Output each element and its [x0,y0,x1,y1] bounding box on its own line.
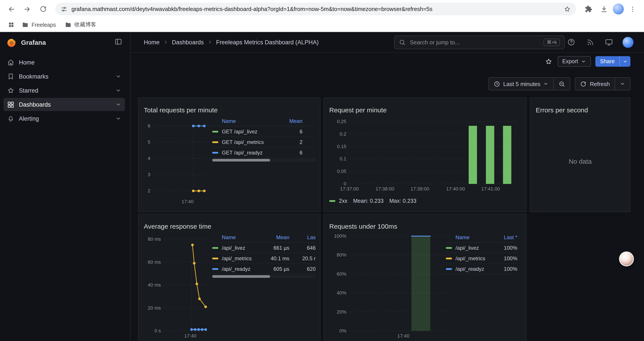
sidebar-item-starred[interactable]: Starred [4,84,125,97]
panel-title[interactable]: Errors per second [536,106,588,114]
legend-header: Name Last * [446,233,517,243]
back-button[interactable] [4,2,18,16]
series-name[interactable]: /api/_metrics [222,255,266,261]
svg-text:2: 2 [148,188,150,194]
sidebar-item-label: Home [19,59,122,66]
news-button[interactable] [585,37,595,47]
series-name[interactable]: /api/_readyz [222,266,266,272]
clock-icon [494,81,500,87]
chevron-right-icon [207,40,212,45]
legend-col-last[interactable]: Las [293,234,316,240]
floating-avatar[interactable] [619,251,634,266]
panel-title[interactable]: Requests under 100ms [329,223,397,230]
bookmark-folder-freeleaps[interactable]: Freeleaps [18,20,60,30]
bookmark-label: 收藏博客 [74,21,96,29]
reload-button[interactable] [36,2,50,16]
search-icon [399,39,406,46]
panel-title[interactable]: Request per minute [329,106,387,114]
series-name[interactable]: GET /api/_metrics [222,139,280,145]
help-button[interactable] [566,37,576,47]
legend-col-mean[interactable]: Mean [266,234,289,240]
time-range-picker[interactable]: Last 5 minutes [488,77,554,90]
downloads-button[interactable] [597,2,611,16]
legend-col-name[interactable]: Name [446,234,496,240]
legend-col-name[interactable]: Name [212,118,280,124]
legend-row: /api/_livez 661 µs 646 [212,243,316,253]
forward-icon [23,5,31,13]
chevron-down-icon[interactable] [115,115,122,122]
svg-text:3: 3 [148,172,150,177]
chevron-down-icon[interactable] [115,87,122,94]
apps-grid-button[interactable] [5,19,17,31]
chevron-down-icon[interactable] [115,73,122,80]
series-name[interactable]: /api/_livez [456,245,496,251]
series-name[interactable]: /api/_readyz [456,266,496,272]
panel-average-response-time: Average response time 80 ms60 ms40 ms20 … [138,214,320,341]
panel-title[interactable]: Average response time [144,223,211,230]
legend-col-name[interactable]: Name [212,234,266,240]
bookmark-folder-blog[interactable]: 收藏博客 [61,20,100,30]
refresh-interval-button[interactable] [615,77,630,90]
legend-col-last[interactable]: Last * [496,234,517,240]
svg-text:5: 5 [148,139,150,145]
series-name[interactable]: /api/_livez [222,245,266,251]
legend-col-mean[interactable]: Mean [280,118,302,124]
series-last: 646 [293,245,316,251]
search-bar[interactable]: ⌘+k [394,36,565,49]
scrollbar-thumb[interactable] [212,275,270,278]
bar-chart[interactable]: 0.250.20.150.10.05017:37:0017:38:0017:39… [324,98,526,212]
home-icon [7,59,14,66]
folder-icon [22,22,28,28]
share-button[interactable]: Share [595,56,620,67]
kebab-menu-icon [629,6,636,13]
panel-title[interactable]: Total requests per minute [144,106,218,114]
user-avatar[interactable] [622,37,634,48]
series-name[interactable]: GET /api/_readyz [222,149,280,156]
profile-avatar[interactable] [613,4,624,15]
sidebar-item-bookmarks[interactable]: Bookmarks [4,70,125,83]
panel-requests-under-100ms: Requests under 100ms 100%80%60%40%20%0%1… [324,214,526,341]
chevron-down-icon[interactable] [115,101,122,108]
zoom-out-button[interactable] [554,77,570,90]
chevron-down-icon [581,59,586,64]
folder-icon [65,22,71,28]
series-color-dash [446,247,452,249]
series-name[interactable]: GET /api/_livez [222,128,280,135]
svg-text:20 ms: 20 ms [148,305,161,311]
legend-scrollbar[interactable] [212,159,316,162]
brand-title[interactable]: Grafana [21,39,46,46]
series-name[interactable]: /api/_metrics [456,255,496,261]
breadcrumb-home[interactable]: Home [144,39,160,46]
legend-row: /api/_readyz 605 µs 620 [212,264,316,274]
export-button[interactable]: Export [558,56,591,67]
legend-table: Name Mean GET /api/_livez 6 GET /api/_me… [212,116,316,158]
breadcrumb-dashboards[interactable]: Dashboards [172,39,204,46]
series-mean: 605 µs [266,266,289,272]
kiosk-mode-button[interactable] [604,37,614,47]
share-menu-button[interactable] [620,56,630,67]
chevron-right-icon [163,40,168,45]
svg-text:0.2: 0.2 [340,131,346,137]
svg-text:17:40:00: 17:40:00 [446,186,465,192]
legend-row: /api/_livez 100% [446,243,517,253]
favorite-dashboard-button[interactable] [544,57,553,66]
scrollbar-thumb[interactable] [212,159,270,162]
forward-button[interactable] [20,2,34,16]
legend-scrollbar[interactable] [212,275,316,278]
grafana-logo[interactable] [6,37,17,48]
sidebar-item-dashboards[interactable]: Dashboards [4,98,125,111]
sidebar-item-home[interactable]: Home [4,56,125,69]
dock-menu-button[interactable] [113,36,124,49]
series-2xx[interactable]: 2xx [329,198,348,204]
sidebar-item-alerting[interactable]: Alerting [4,112,125,125]
bookmark-star-icon[interactable] [564,6,571,13]
search-input[interactable] [409,39,540,46]
browser-menu-button[interactable] [626,2,640,16]
extensions-button[interactable] [581,2,595,16]
series-last: 100% [496,266,517,272]
svg-text:60 ms: 60 ms [148,259,161,265]
refresh-button[interactable]: Refresh [575,77,615,90]
url-bar[interactable]: grafana.mathmast.com/d/deytv4rwavabkb/fr… [55,3,576,15]
site-settings-icon[interactable] [60,6,68,13]
series-color-dash [212,257,218,259]
